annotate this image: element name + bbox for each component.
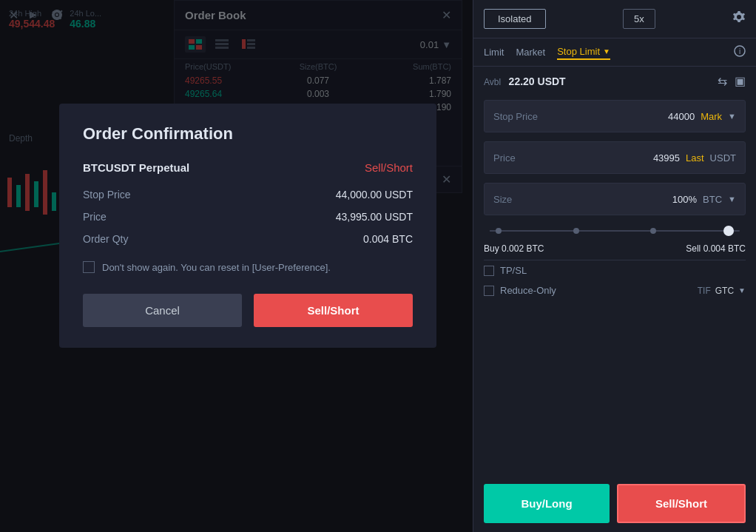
slider-thumb[interactable] — [723, 226, 734, 236]
dont-show-checkbox[interactable] — [83, 261, 95, 273]
size-input[interactable]: Size 100% BTC ▼ — [484, 183, 746, 215]
tab-market[interactable]: Market — [516, 45, 545, 59]
modal-buttons: Cancel Sell/Short — [83, 294, 413, 327]
tpsl-label: TP/SL — [500, 265, 527, 276]
tpsl-row: TP/SL — [473, 260, 756, 280]
price-label: Price — [83, 211, 107, 223]
stop-price-input[interactable]: Stop Price 44000 Mark ▼ — [484, 100, 746, 132]
qty-value: 0.004 BTC — [363, 233, 413, 245]
leverage-button[interactable]: 5x — [623, 9, 655, 29]
dont-show-text: Don't show again. You can reset in [User… — [102, 262, 331, 273]
direction-label: Sell/Short — [365, 161, 413, 174]
tab-stop-limit[interactable]: Stop Limit ▼ — [557, 44, 610, 60]
sell-short-button[interactable]: Sell/Short — [617, 484, 746, 523]
avbl-info: Avbl 22.20 USDT — [484, 75, 566, 88]
order-type-tabs: Limit Market Stop Limit ▼ i — [473, 38, 756, 67]
slider-dot-50[interactable] — [650, 228, 656, 234]
order-type-info-icon[interactable]: i — [734, 45, 746, 60]
avbl-icons: ⇆ ▣ — [718, 74, 746, 88]
transfer-icon[interactable]: ⇆ — [718, 74, 727, 88]
size-dropdown-icon[interactable]: ▼ — [728, 195, 736, 203]
modal-qty-row: Order Qty 0.004 BTC — [83, 233, 413, 245]
price-value: 43,995.00 USDT — [336, 211, 413, 223]
order-confirmation-modal: Order Confirmation BTCUSDT Perpetual Sel… — [59, 104, 436, 348]
bottom-action-buttons: Buy/Long Sell/Short — [473, 475, 756, 532]
tif-value: GTC — [715, 286, 734, 296]
stop-price-dropdown-icon[interactable]: ▼ — [728, 112, 736, 121]
calculator-icon[interactable]: ▣ — [735, 74, 746, 88]
stop-price-label: Stop Price — [83, 189, 131, 201]
price-input[interactable]: Price 43995 Last USDT — [484, 141, 746, 174]
confirm-sell-short-button[interactable]: Sell/Short — [254, 294, 413, 327]
isolated-mode-button[interactable]: Isolated — [484, 9, 546, 29]
tif-dropdown-icon[interactable]: ▼ — [738, 286, 746, 294]
modal-checkbox-row: Don't show again. You can reset in [User… — [83, 261, 413, 273]
buy-sell-info: Buy 0.002 BTC Sell 0.004 BTC — [473, 242, 756, 260]
buy-long-button[interactable]: Buy/Long — [484, 484, 610, 523]
cancel-button[interactable]: Cancel — [83, 294, 242, 327]
reduce-only-checkbox[interactable] — [484, 286, 494, 296]
modal-title: Order Confirmation — [83, 124, 413, 144]
reduce-only-row: Reduce-Only TIF GTC ▼ — [473, 280, 756, 300]
svg-text:i: i — [739, 47, 740, 55]
size-slider[interactable] — [473, 220, 756, 242]
modal-overlay: Order Confirmation BTCUSDT Perpetual Sel… — [0, 0, 473, 532]
rp-mode-buttons: Isolated — [484, 9, 546, 29]
price-input-row: Price 43995 Last USDT — [473, 137, 756, 178]
stop-price-input-row: Stop Price 44000 Mark ▼ — [473, 95, 756, 137]
slider-dots — [496, 228, 734, 234]
settings-icon[interactable] — [732, 10, 746, 27]
slider-dot-0[interactable] — [496, 228, 502, 234]
left-panel: ✕ ► 24h High 49,544.48 24h Lo... 46.88 D… — [0, 0, 473, 532]
buy-info: Buy 0.002 BTC — [484, 243, 544, 254]
rp-top: Isolated 5x — [473, 0, 756, 38]
stop-price-value: 44,000.00 USDT — [336, 189, 413, 201]
sell-info: Sell 0.004 BTC — [686, 243, 746, 254]
modal-stop-price-row: Stop Price 44,000.00 USDT — [83, 189, 413, 201]
slider-track — [490, 230, 740, 232]
reduce-only-label: Reduce-Only — [500, 285, 556, 296]
tpsl-checkbox[interactable] — [484, 266, 494, 276]
qty-label: Order Qty — [83, 233, 128, 245]
slider-dot-25[interactable] — [573, 228, 579, 234]
available-balance-row: Avbl 22.20 USDT ⇆ ▣ — [473, 67, 756, 95]
modal-price-row: Price 43,995.00 USDT — [83, 211, 413, 223]
tab-limit[interactable]: Limit — [484, 45, 504, 59]
tif-label: TIF — [698, 286, 711, 296]
contract-name: BTCUSDT Perpetual — [83, 161, 189, 174]
modal-contract-row: BTCUSDT Perpetual Sell/Short — [83, 161, 413, 174]
size-input-row: Size 100% BTC ▼ — [473, 178, 756, 220]
right-panel: Isolated 5x Limit Market Stop Limit ▼ i … — [473, 0, 756, 532]
tif-row: TIF GTC ▼ — [698, 286, 746, 296]
